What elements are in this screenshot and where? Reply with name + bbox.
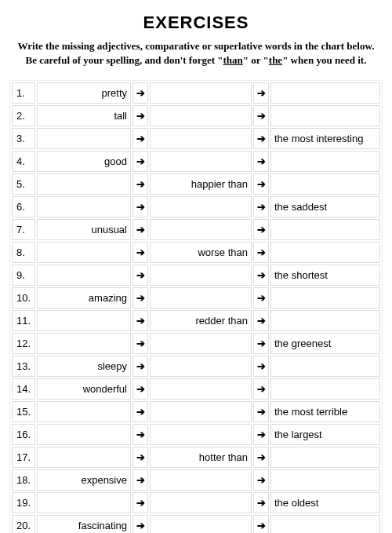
comparative-cell[interactable] [150, 469, 252, 491]
instructions-line2-mid: " or " [243, 54, 269, 66]
superlative-cell[interactable] [270, 173, 380, 195]
comparative-cell[interactable] [150, 105, 252, 126]
table-row: 2.tall➔➔ [12, 105, 380, 126]
row-number: 19. [12, 492, 35, 513]
superlative-cell[interactable]: the saddest [270, 196, 380, 217]
superlative-cell[interactable] [270, 219, 380, 240]
adjective-cell[interactable]: tall [37, 105, 131, 126]
superlative-cell[interactable]: the largest [270, 424, 380, 445]
keyword-than: than [223, 54, 243, 66]
superlative-cell[interactable] [270, 310, 380, 331]
arrow-right-icon: ➔ [132, 378, 148, 400]
superlative-cell[interactable]: the shortest [270, 265, 380, 286]
arrow-right-icon: ➔ [132, 265, 148, 286]
arrow-right-icon: ➔ [253, 105, 269, 126]
comparative-cell[interactable] [150, 219, 252, 240]
row-number: 8. [12, 242, 35, 263]
comparative-cell[interactable] [150, 356, 252, 377]
arrow-right-icon: ➔ [132, 492, 148, 513]
arrow-right-icon: ➔ [132, 82, 148, 104]
comparative-cell[interactable]: worse than [150, 242, 252, 263]
arrow-right-icon: ➔ [132, 424, 148, 445]
exercise-grid: 1.pretty➔➔2.tall➔➔3.➔➔the most interesti… [9, 80, 383, 533]
adjective-cell[interactable]: good [37, 151, 131, 172]
row-number: 1. [12, 82, 35, 104]
comparative-cell[interactable]: hotter than [150, 447, 252, 468]
superlative-cell[interactable] [270, 151, 380, 172]
superlative-cell[interactable] [270, 82, 380, 104]
superlative-cell[interactable]: the most interesting [270, 128, 380, 149]
table-row: 3.➔➔the most interesting [12, 128, 380, 149]
row-number: 6. [12, 196, 35, 217]
comparative-cell[interactable] [150, 128, 252, 149]
adjective-cell[interactable] [37, 128, 131, 149]
adjective-cell[interactable]: unusual [37, 219, 131, 240]
arrow-right-icon: ➔ [132, 333, 148, 354]
adjective-cell[interactable] [37, 196, 131, 217]
adjective-cell[interactable] [37, 310, 131, 331]
comparative-cell[interactable] [150, 492, 252, 513]
table-row: 1.pretty➔➔ [12, 82, 380, 104]
comparative-cell[interactable] [150, 151, 252, 172]
superlative-cell[interactable] [270, 378, 380, 400]
row-number: 16. [12, 424, 35, 445]
instructions-line1: Write the missing adjectives, comparativ… [18, 40, 375, 52]
instructions-line2-post: " when you need it. [282, 54, 366, 66]
row-number: 5. [12, 173, 35, 195]
superlative-cell[interactable] [270, 469, 380, 491]
superlative-cell[interactable] [270, 287, 380, 308]
adjective-cell[interactable] [37, 492, 131, 513]
adjective-cell[interactable]: amazing [37, 287, 131, 308]
comparative-cell[interactable] [150, 401, 252, 422]
adjective-cell[interactable] [37, 447, 131, 468]
arrow-right-icon: ➔ [253, 515, 269, 533]
adjective-cell[interactable] [37, 333, 131, 354]
superlative-cell[interactable] [270, 515, 380, 533]
arrow-right-icon: ➔ [253, 401, 269, 422]
table-row: 8.➔worse than➔ [12, 242, 380, 263]
arrow-right-icon: ➔ [253, 219, 269, 240]
arrow-right-icon: ➔ [253, 356, 269, 377]
comparative-cell[interactable] [150, 378, 252, 400]
adjective-cell[interactable] [37, 424, 131, 445]
table-row: 7.unusual➔➔ [12, 219, 380, 240]
adjective-cell[interactable]: sleepy [37, 356, 131, 377]
comparative-cell[interactable] [150, 265, 252, 286]
arrow-right-icon: ➔ [132, 196, 148, 217]
superlative-cell[interactable]: the most terrible [270, 401, 380, 422]
keyword-the: the [269, 54, 282, 66]
comparative-cell[interactable]: happier than [150, 173, 252, 195]
superlative-cell[interactable] [270, 242, 380, 263]
adjective-cell[interactable] [37, 265, 131, 286]
comparative-cell[interactable] [150, 515, 252, 533]
superlative-cell[interactable] [270, 447, 380, 468]
comparative-cell[interactable]: redder than [150, 310, 252, 331]
arrow-right-icon: ➔ [132, 128, 148, 149]
superlative-cell[interactable]: the greenest [270, 333, 380, 354]
adjective-cell[interactable]: pretty [37, 82, 131, 104]
table-row: 20.fascinating➔➔ [12, 515, 380, 533]
comparative-cell[interactable] [150, 333, 252, 354]
superlative-cell[interactable]: the oldest [270, 492, 380, 513]
comparative-cell[interactable] [150, 82, 252, 104]
comparative-cell[interactable] [150, 424, 252, 445]
arrow-right-icon: ➔ [253, 151, 269, 172]
superlative-cell[interactable] [270, 356, 380, 377]
adjective-cell[interactable] [37, 242, 131, 263]
adjective-cell[interactable]: fascinating [37, 515, 131, 533]
adjective-cell[interactable]: wonderful [37, 378, 131, 400]
arrow-right-icon: ➔ [253, 128, 269, 149]
comparative-cell[interactable] [150, 196, 252, 217]
arrow-right-icon: ➔ [132, 401, 148, 422]
table-row: 17.➔hotter than➔ [12, 447, 380, 468]
table-row: 19.➔➔the oldest [12, 492, 380, 513]
adjective-cell[interactable]: expensive [37, 469, 131, 491]
row-number: 11. [12, 310, 35, 331]
adjective-cell[interactable] [37, 173, 131, 195]
table-row: 16.➔➔the largest [12, 424, 380, 445]
superlative-cell[interactable] [270, 105, 380, 126]
table-row: 18.expensive➔➔ [12, 469, 380, 491]
comparative-cell[interactable] [150, 287, 252, 308]
adjective-cell[interactable] [37, 401, 131, 422]
arrow-right-icon: ➔ [253, 173, 269, 195]
